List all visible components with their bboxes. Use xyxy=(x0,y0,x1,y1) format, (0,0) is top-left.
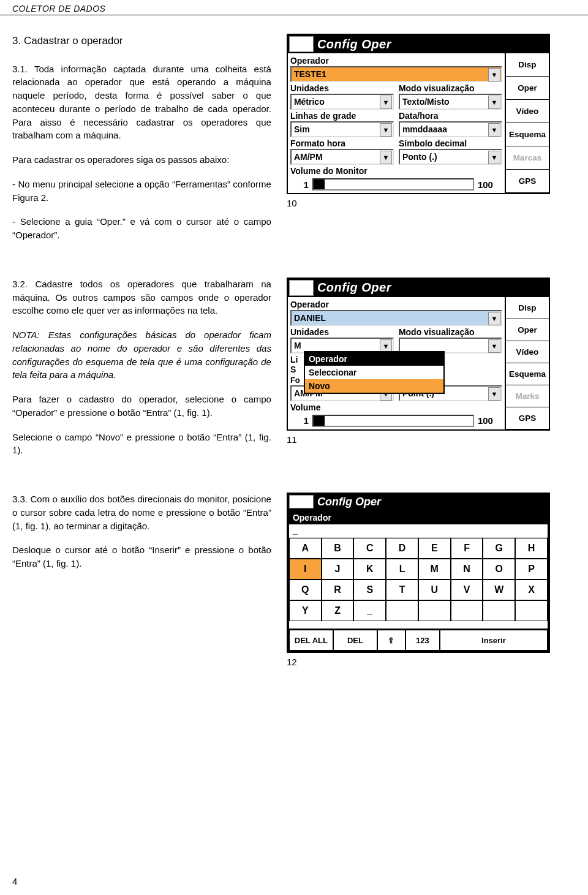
key-B[interactable]: B xyxy=(322,538,354,559)
key-H[interactable]: H xyxy=(515,538,548,559)
dropdown-icon[interactable]: ▼ xyxy=(488,312,500,325)
key-G[interactable]: G xyxy=(483,538,515,559)
volume-max: 100 xyxy=(478,415,502,426)
field-linhas[interactable]: Sim ▼ xyxy=(290,121,394,137)
key-123[interactable]: 123 xyxy=(405,630,440,651)
tab-disp[interactable]: Disp xyxy=(505,53,549,77)
key-L[interactable]: L xyxy=(386,559,418,580)
tab-esquema[interactable]: Esquema xyxy=(505,363,549,385)
popup-item-novo[interactable]: Novo xyxy=(305,379,443,393)
section-heading: 3. Cadastrar o operador xyxy=(12,34,271,49)
device-screenshot-12: Config Oper Operador _ A B C D E F G H I… xyxy=(287,493,550,653)
tab-esquema[interactable]: Esquema xyxy=(505,123,549,146)
label-linhas: Linhas de grade xyxy=(290,111,394,121)
label-data: Data/hora xyxy=(399,111,502,121)
popup-title: Operador xyxy=(305,352,443,366)
key-J[interactable]: J xyxy=(322,559,354,580)
key-Z[interactable]: Z xyxy=(322,600,354,621)
volume-slider[interactable] xyxy=(312,415,474,427)
label-operador: Operador xyxy=(290,300,502,309)
paragraph: - No menu principal selecione a opção “F… xyxy=(12,178,271,205)
dropdown-icon[interactable]: ▼ xyxy=(488,339,500,353)
dropdown-icon[interactable]: ▼ xyxy=(380,151,392,164)
tab-gps[interactable]: GPS xyxy=(505,170,549,193)
field-formato[interactable]: AM/PM ▼ xyxy=(290,149,394,165)
key-I[interactable]: I xyxy=(289,559,322,580)
tab-video[interactable]: Vídeo xyxy=(505,341,549,363)
field-value: Ponto (.) xyxy=(402,152,437,162)
volume-slider[interactable] xyxy=(312,178,474,191)
key-V[interactable]: V xyxy=(451,580,483,600)
key-shift[interactable]: ⇧ xyxy=(377,630,405,651)
key-underscore[interactable]: _ xyxy=(353,600,386,621)
dropdown-icon[interactable]: ▼ xyxy=(380,123,392,137)
text-input-line[interactable]: _ xyxy=(289,524,548,538)
paragraph: 3.1. Toda informação captada durante uma… xyxy=(12,62,271,143)
key-empty xyxy=(483,600,515,621)
tab-oper[interactable]: Oper xyxy=(505,77,549,100)
dropdown-icon[interactable]: ▼ xyxy=(488,68,500,81)
field-operador[interactable]: DANIEL ▼ xyxy=(290,310,502,326)
key-empty xyxy=(418,600,451,621)
field-simbolo[interactable]: Ponto (.) ▼ xyxy=(399,149,502,165)
key-M[interactable]: M xyxy=(418,559,451,580)
tab-marks[interactable]: Marks xyxy=(505,385,549,407)
volume-min: 1 xyxy=(290,179,309,190)
key-empty xyxy=(386,600,418,621)
key-O[interactable]: O xyxy=(483,559,515,580)
tab-oper[interactable]: Oper xyxy=(505,319,549,341)
dropdown-icon[interactable]: ▼ xyxy=(488,123,500,137)
tab-disp[interactable]: Disp xyxy=(505,297,549,319)
key-del-all[interactable]: DEL ALL xyxy=(289,630,333,651)
key-S[interactable]: S xyxy=(353,580,386,600)
key-F[interactable]: F xyxy=(451,538,483,559)
field-data[interactable]: mmddaaaa ▼ xyxy=(399,121,502,137)
tab-gps[interactable]: GPS xyxy=(505,407,549,429)
key-U[interactable]: U xyxy=(418,580,451,600)
key-C[interactable]: C xyxy=(353,538,386,559)
key-K[interactable]: K xyxy=(353,559,386,580)
key-D[interactable]: D xyxy=(386,538,418,559)
field-modo[interactable]: Texto/Misto ▼ xyxy=(399,94,502,110)
note-paragraph: NOTA: Estas configurações básicas do ope… xyxy=(12,328,271,382)
label-unidades: Unidades xyxy=(290,83,394,93)
dropdown-icon[interactable]: ▼ xyxy=(488,151,500,164)
field-operador[interactable]: TESTE1 ▼ xyxy=(290,66,502,82)
key-W[interactable]: W xyxy=(483,580,515,600)
operador-popup: Operador Seleccionar Novo xyxy=(304,351,445,394)
key-X[interactable]: X xyxy=(515,580,548,600)
keyboard-bottom-row: DEL ALL DEL ⇧ 123 Inserir xyxy=(289,629,548,651)
label-unidades: Unidades xyxy=(290,327,394,337)
figure-number: 12 xyxy=(287,657,576,667)
header-title: COLETOR DE DADOS xyxy=(12,4,105,13)
paragraph: Selecione o campo “Novo” e pressione o b… xyxy=(12,431,271,458)
field-value: Sim xyxy=(294,124,310,134)
key-A[interactable]: A xyxy=(289,538,322,559)
app-icon xyxy=(289,36,314,52)
dropdown-icon[interactable]: ▼ xyxy=(488,96,500,109)
dropdown-icon[interactable]: ▼ xyxy=(488,387,500,401)
key-inserir[interactable]: Inserir xyxy=(440,630,548,651)
key-P[interactable]: P xyxy=(515,559,548,580)
key-Y[interactable]: Y xyxy=(289,600,322,621)
key-del[interactable]: DEL xyxy=(333,630,377,651)
key-T[interactable]: T xyxy=(386,580,418,600)
device-screenshot-11: Config Oper Operador DANIEL ▼ Unidades M xyxy=(287,278,550,431)
field-unidades[interactable]: Métrico ▼ xyxy=(290,94,394,110)
field-value: Métrico xyxy=(294,97,325,107)
field-value: TESTE1 xyxy=(294,69,326,79)
volume-min: 1 xyxy=(290,415,309,426)
page-header: COLETOR DE DADOS xyxy=(0,0,588,15)
key-R[interactable]: R xyxy=(322,580,354,600)
dropdown-icon[interactable]: ▼ xyxy=(380,96,392,109)
tab-video[interactable]: Vídeo xyxy=(505,100,549,123)
paragraph: - Selecione a guia “Oper.” e vá com o cu… xyxy=(12,215,271,242)
key-E[interactable]: E xyxy=(418,538,451,559)
app-icon xyxy=(289,280,314,296)
key-empty xyxy=(451,600,483,621)
key-N[interactable]: N xyxy=(451,559,483,580)
key-Q[interactable]: Q xyxy=(289,580,322,600)
tab-marcas[interactable]: Marcas xyxy=(505,146,549,170)
figure-number: 11 xyxy=(287,434,576,445)
popup-item-seleccionar[interactable]: Seleccionar xyxy=(305,366,443,379)
